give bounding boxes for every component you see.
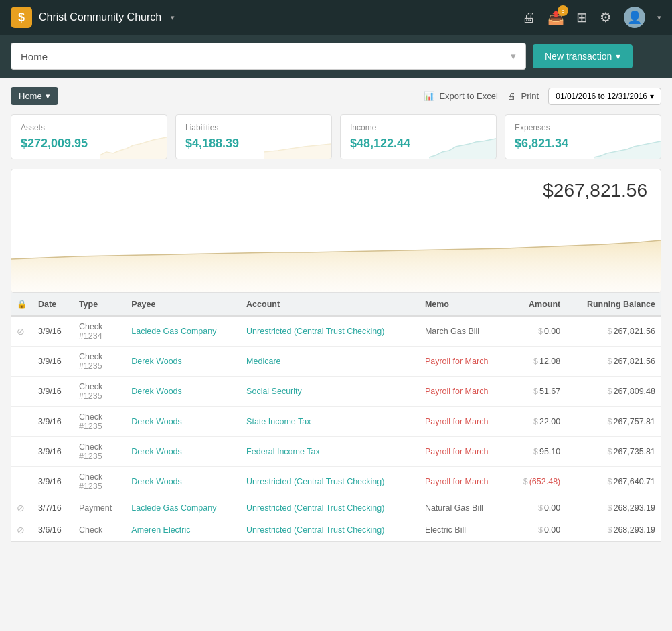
payee-link[interactable]: Ameren Electric xyxy=(131,525,190,535)
account-link[interactable]: Unrestricted (Central Trust Checking) xyxy=(246,327,384,336)
home-select[interactable]: Home ▾ xyxy=(11,43,526,70)
account-link[interactable]: Unrestricted (Central Trust Checking) xyxy=(246,525,384,535)
row-memo: March Gas Bill xyxy=(420,316,509,347)
new-transaction-button[interactable]: New transaction ▾ xyxy=(533,44,633,68)
running-dollar: $ xyxy=(607,477,612,486)
row-account[interactable]: Unrestricted (Central Trust Checking) xyxy=(241,316,420,347)
row-payee[interactable]: Derek Woods xyxy=(126,377,241,407)
account-link[interactable]: Medicare xyxy=(246,357,280,366)
payee-link[interactable]: Derek Woods xyxy=(131,447,182,456)
table-row[interactable]: 3/9/16 Check#1235 Derek Woods Social Sec… xyxy=(11,377,661,407)
main-balance-value: $267,821.56 xyxy=(543,180,647,201)
row-type: Check#1235 xyxy=(74,377,126,407)
date-range-button[interactable]: 01/01/2016 to 12/31/2016 ▾ xyxy=(548,88,661,105)
amount-dollar: $ xyxy=(523,477,528,486)
amount-value: 95.10 xyxy=(539,447,560,456)
row-date: 3/9/16 xyxy=(33,467,74,497)
col-type: Type xyxy=(74,293,126,316)
settings-nav-icon[interactable]: ⚙ xyxy=(600,9,612,25)
row-payee[interactable]: Derek Woods xyxy=(126,407,241,437)
account-link[interactable]: State Income Tax xyxy=(246,417,311,426)
row-lock xyxy=(11,347,33,377)
table-row[interactable]: ⊘ 3/6/16 Check Ameren Electric Unrestric… xyxy=(11,519,661,541)
home-select-caret: ▾ xyxy=(511,50,516,62)
payee-link[interactable]: Derek Woods xyxy=(131,417,182,426)
row-type: Check#1235 xyxy=(74,437,126,467)
row-payee[interactable]: Derek Woods xyxy=(126,467,241,497)
row-payee[interactable]: Laclede Gas Company xyxy=(126,497,241,519)
payee-link[interactable]: Derek Woods xyxy=(131,387,182,396)
payee-link[interactable]: Derek Woods xyxy=(131,357,182,366)
account-link[interactable]: Unrestricted (Central Trust Checking) xyxy=(246,477,384,486)
amount-dollar: $ xyxy=(538,327,543,336)
row-lock xyxy=(11,407,33,437)
table-row[interactable]: 3/9/16 Check#1235 Derek Woods State Inco… xyxy=(11,407,661,437)
row-account[interactable]: Federal Income Tax xyxy=(241,437,420,467)
row-memo: Payroll for March xyxy=(420,467,509,497)
svg-marker-4 xyxy=(11,240,661,292)
row-date: 3/9/16 xyxy=(33,316,74,347)
row-account[interactable]: Medicare xyxy=(241,347,420,377)
expenses-label: Expenses xyxy=(515,123,651,132)
row-running-balance: $267,821.56 xyxy=(566,347,661,377)
running-dollar: $ xyxy=(607,357,612,366)
row-date: 3/9/16 xyxy=(33,377,74,407)
row-payee[interactable]: Laclede Gas Company xyxy=(126,316,241,347)
home-breadcrumb-button[interactable]: Home ▾ xyxy=(11,87,58,105)
table-row[interactable]: 3/9/16 Check#1235 Derek Woods Unrestrict… xyxy=(11,467,661,497)
amount-dollar: $ xyxy=(533,357,538,366)
table-row[interactable]: ⊘ 3/9/16 Check#1234 Laclede Gas Company … xyxy=(11,316,661,347)
row-running-balance: $268,293.19 xyxy=(566,519,661,541)
amount-value: 0.00 xyxy=(544,503,560,513)
table-header-row: 🔒 Date Type Payee Account Memo Amount Ru… xyxy=(11,293,661,316)
print-nav-icon[interactable]: 🖨 xyxy=(522,10,535,25)
row-running-balance: $268,293.19 xyxy=(566,497,661,519)
breadcrumb-actions: 📊 Export to Excel 🖨 Print 01/01/2016 to … xyxy=(424,88,661,105)
row-lock: ⊘ xyxy=(11,316,33,347)
table-row[interactable]: 3/9/16 Check#1235 Derek Woods Federal In… xyxy=(11,437,661,467)
avatar-caret[interactable]: ▾ xyxy=(657,13,661,22)
running-dollar: $ xyxy=(607,417,612,426)
row-lock: ⊘ xyxy=(11,519,33,541)
main-chart-area xyxy=(11,205,661,292)
row-memo: Payroll for March xyxy=(420,407,509,437)
row-account[interactable]: Social Security xyxy=(241,377,420,407)
row-account[interactable]: State Income Tax xyxy=(241,407,420,437)
table-row[interactable]: ⊘ 3/7/16 Payment Laclede Gas Company Unr… xyxy=(11,497,661,519)
row-account[interactable]: Unrestricted (Central Trust Checking) xyxy=(241,467,420,497)
payee-link[interactable]: Laclede Gas Company xyxy=(131,503,216,513)
row-payee[interactable]: Ameren Electric xyxy=(126,519,241,541)
row-payee[interactable]: Derek Woods xyxy=(126,437,241,467)
payee-link[interactable]: Laclede Gas Company xyxy=(131,327,216,336)
amount-dollar: $ xyxy=(533,387,538,396)
account-link[interactable]: Unrestricted (Central Trust Checking) xyxy=(246,503,384,513)
row-amount: $22.00 xyxy=(508,407,566,437)
amount-value: 22.00 xyxy=(539,417,560,426)
row-type: Check#1235 xyxy=(74,347,126,377)
running-value: 267,735.81 xyxy=(613,447,655,456)
org-name[interactable]: Christ Community Church xyxy=(39,11,161,23)
print-link[interactable]: 🖨 Print xyxy=(507,91,539,101)
summary-cards: Assets $272,009.95 Liabilities $4,188.39… xyxy=(11,114,661,159)
org-dropdown-caret[interactable]: ▾ xyxy=(171,13,175,22)
layout-nav-icon[interactable]: ⊞ xyxy=(576,9,588,25)
running-value: 267,809.48 xyxy=(613,387,655,396)
running-value: 267,821.56 xyxy=(613,327,655,336)
row-account[interactable]: Unrestricted (Central Trust Checking) xyxy=(241,519,420,541)
payee-link[interactable]: Derek Woods xyxy=(131,477,182,486)
row-lock: ⊘ xyxy=(11,497,33,519)
income-card: Income $48,122.44 xyxy=(340,114,497,159)
row-account[interactable]: Unrestricted (Central Trust Checking) xyxy=(241,497,420,519)
upload-nav-icon[interactable]: 📤 5 xyxy=(548,9,564,25)
avatar[interactable]: 👤 xyxy=(624,7,645,28)
account-link[interactable]: Federal Income Tax xyxy=(246,447,320,456)
running-dollar: $ xyxy=(607,503,612,513)
running-dollar: $ xyxy=(607,525,612,535)
col-amount: Amount xyxy=(508,293,566,316)
account-link[interactable]: Social Security xyxy=(246,387,302,396)
row-running-balance: $267,809.48 xyxy=(566,377,661,407)
home-breadcrumb-caret: ▾ xyxy=(46,91,50,101)
row-payee[interactable]: Derek Woods xyxy=(126,347,241,377)
export-excel-link[interactable]: 📊 Export to Excel xyxy=(424,91,498,101)
table-row[interactable]: 3/9/16 Check#1235 Derek Woods Medicare P… xyxy=(11,347,661,377)
